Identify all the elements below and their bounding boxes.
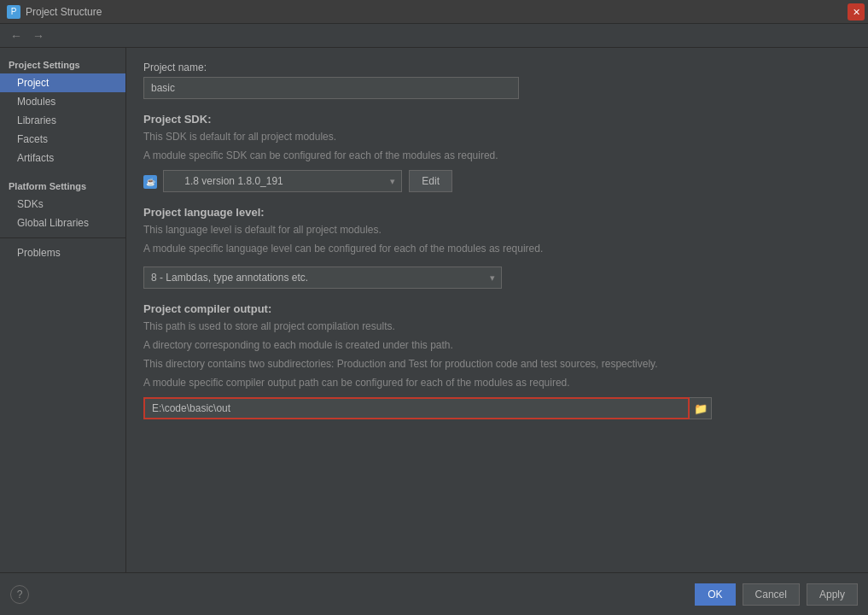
app-icon: P (7, 5, 20, 19)
compiler-output-desc3: This directory contains two subdirectori… (143, 356, 851, 372)
sidebar-item-global-libraries[interactable]: Global Libraries (0, 214, 125, 232)
project-sdk-desc2: A module specific SDK can be configured … (143, 148, 851, 163)
close-button[interactable]: ✕ (848, 3, 865, 20)
compiler-output-input[interactable] (143, 397, 690, 419)
bottom-bar: ? OK Cancel Apply (0, 572, 868, 615)
compiler-output-desc4: A module specific compiler output path c… (143, 375, 851, 390)
project-sdk-section: Project SDK: This SDK is default for all… (143, 113, 851, 192)
project-language-title: Project language level: (143, 206, 851, 219)
back-button[interactable]: ← (7, 26, 26, 45)
title-bar: P Project Structure ✕ (0, 0, 868, 24)
sidebar-item-sdks[interactable]: SDKs (0, 195, 125, 214)
project-sdk-title: Project SDK: (143, 113, 851, 126)
folder-browse-button[interactable]: 📁 (690, 397, 712, 419)
project-language-desc1: This language level is default for all p… (143, 222, 851, 237)
apply-button[interactable]: Apply (807, 583, 858, 606)
main-layout: Project Settings Project Modules Librari… (0, 48, 868, 572)
sdk-row: ☕ 1.8 version 1.8.0_191 Edit (143, 170, 851, 192)
project-language-desc2: A module specific language level can be … (143, 241, 851, 256)
platform-settings-section-title: Platform Settings (0, 176, 125, 195)
help-button[interactable]: ? (10, 585, 29, 604)
ok-button[interactable]: OK (695, 583, 735, 606)
language-level-select-wrapper: 8 - Lambdas, type annotations etc. (143, 266, 502, 289)
content-area: Project name: Project SDK: This SDK is d… (126, 48, 868, 572)
edit-sdk-button[interactable]: Edit (409, 170, 452, 192)
sidebar-item-artifacts[interactable]: Artifacts (0, 149, 125, 167)
language-level-select[interactable]: 8 - Lambdas, type annotations etc. (143, 266, 502, 289)
project-name-label: Project name: (143, 62, 851, 73)
sidebar-item-problems[interactable]: Problems (0, 243, 125, 262)
compiler-output-section: Project compiler output: This path is us… (143, 302, 851, 419)
sdk-select-wrapper: ☕ 1.8 version 1.8.0_191 (143, 170, 402, 192)
sidebar-divider (0, 237, 125, 238)
bottom-left: ? (10, 585, 695, 604)
compiler-output-desc1: This path is used to store all project c… (143, 319, 851, 334)
sidebar-item-libraries[interactable]: Libraries (0, 111, 125, 130)
project-sdk-desc1: This SDK is default for all project modu… (143, 129, 851, 144)
compiler-output-title: Project compiler output: (143, 302, 851, 315)
sidebar-item-facets[interactable]: Facets (0, 130, 125, 149)
nav-bar: ← → (0, 24, 868, 48)
project-settings-section-title: Project Settings (0, 55, 125, 73)
compiler-output-desc2: A directory corresponding to each module… (143, 337, 851, 353)
sidebar-item-project[interactable]: Project (0, 73, 125, 92)
compiler-output-field: 📁 (143, 397, 851, 419)
project-name-input[interactable] (143, 77, 519, 99)
sidebar: Project Settings Project Modules Librari… (0, 48, 126, 572)
sdk-java-icon: ☕ (143, 175, 157, 189)
bottom-right: OK Cancel Apply (695, 583, 858, 606)
cancel-button[interactable]: Cancel (743, 583, 800, 606)
forward-button[interactable]: → (29, 26, 48, 45)
window-title: Project Structure (26, 6, 102, 18)
sidebar-item-modules[interactable]: Modules (0, 92, 125, 111)
sdk-select[interactable]: 1.8 version 1.8.0_191 (163, 170, 402, 192)
project-language-level-section: Project language level: This language le… (143, 206, 851, 289)
